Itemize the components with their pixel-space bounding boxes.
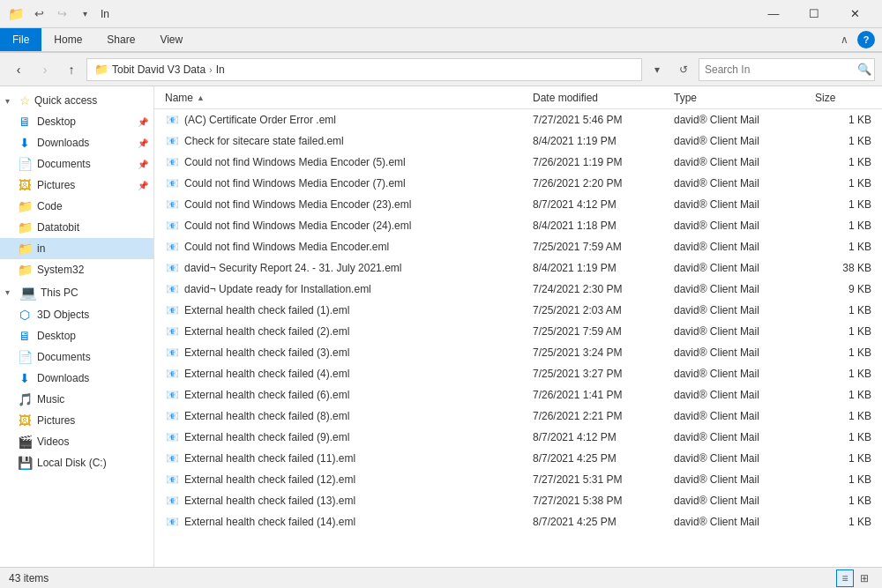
sidebar-item-label: in	[37, 242, 45, 255]
sort-arrow-icon: ▲	[197, 93, 205, 102]
dropdown-icon[interactable]: ▾	[76, 5, 93, 23]
minimize-button[interactable]: —	[753, 0, 794, 28]
undo-icon[interactable]: ↩	[30, 5, 48, 23]
path-segment-current[interactable]: In	[216, 63, 225, 76]
table-row[interactable]: 📧 External health check failed (4).eml 7…	[154, 363, 882, 384]
quick-access-expand-icon: ▾	[5, 96, 16, 106]
table-row[interactable]: 📧 External health check failed (13).eml …	[154, 490, 882, 511]
sidebar-item-downloads-qa[interactable]: ⬇ Downloads 📌	[0, 132, 153, 153]
sidebar-item-downloads-pc[interactable]: ⬇ Downloads	[0, 368, 153, 389]
file-size-cell: 1 KB	[808, 177, 878, 190]
table-row[interactable]: 📧 External health check failed (11).eml …	[154, 448, 882, 469]
sidebar-item-code[interactable]: 📁 Code	[0, 196, 153, 217]
sidebar-item-music[interactable]: 🎵 Music	[0, 389, 153, 410]
search-box[interactable]: 🔍	[699, 58, 875, 81]
sidebar-item-pictures-qa[interactable]: 🖼 Pictures 📌	[0, 175, 153, 196]
forward-button[interactable]: ›	[34, 58, 56, 81]
documents-icon: 📄	[18, 157, 32, 171]
sidebar-item-in[interactable]: 📁 in	[0, 238, 153, 259]
sidebar-item-datatobit[interactable]: 📁 Datatobit	[0, 217, 153, 238]
file-date-cell: 8/7/2021 4:12 PM	[526, 431, 667, 443]
file-date-cell: 7/27/2021 5:46 PM	[526, 114, 667, 126]
sidebar-item-documents-qa[interactable]: 📄 Documents 📌	[0, 153, 153, 175]
view-tiles-button[interactable]: ⊞	[856, 569, 873, 587]
redo-icon[interactable]: ↪	[53, 5, 71, 23]
table-row[interactable]: 📧 External health check failed (12).eml …	[154, 469, 882, 490]
column-header-type[interactable]: Type	[667, 88, 808, 108]
eml-file-icon: 📧	[165, 324, 179, 339]
back-button[interactable]: ‹	[7, 58, 30, 81]
sidebar-item-3dobjects[interactable]: ⬡ 3D Objects	[0, 304, 153, 325]
sidebar-item-label: System32	[37, 264, 84, 276]
sidebar-section-quick-access[interactable]: ▾ ☆ Quick access	[0, 90, 153, 111]
sidebar-item-videos[interactable]: 🎬 Videos	[0, 431, 153, 452]
table-row[interactable]: 📧 Could not find Windows Media Encoder.e…	[154, 236, 882, 257]
sidebar-item-label: Videos	[37, 435, 69, 448]
file-name-cell: 📧 External health check failed (14).eml	[158, 515, 526, 529]
table-row[interactable]: 📧 Could not find Windows Media Encoder (…	[154, 215, 882, 236]
table-row[interactable]: 📧 External health check failed (1).eml 7…	[154, 300, 882, 321]
table-row[interactable]: 📧 Check for sitecare state failed.eml 8/…	[154, 130, 882, 152]
table-row[interactable]: 📧 Could not find Windows Media Encoder (…	[154, 194, 882, 215]
file-name-cell: 📧 Could not find Windows Media Encoder (…	[158, 176, 526, 190]
sidebar-item-documents-pc[interactable]: 📄 Documents	[0, 346, 153, 368]
file-list-body: 📧 (AC) Certificate Order Error .eml 7/27…	[154, 109, 882, 567]
refresh-button[interactable]: ↺	[672, 58, 695, 81]
column-header-date[interactable]: Date modified	[526, 88, 667, 108]
file-size-cell: 1 KB	[808, 135, 878, 147]
view-details-button[interactable]: ≡	[836, 569, 854, 587]
table-row[interactable]: 📧 Could not find Windows Media Encoder (…	[154, 152, 882, 173]
sidebar-section-this-pc[interactable]: ▾ 💻 This PC	[0, 280, 153, 304]
ribbon-collapse-chevron[interactable]: ∧	[837, 30, 852, 49]
table-row[interactable]: 📧 External health check failed (3).eml 7…	[154, 342, 882, 363]
file-date-cell: 8/7/2021 4:12 PM	[526, 198, 667, 211]
sidebar-item-label: Local Disk (C:)	[37, 457, 107, 469]
file-type-cell: david® Client Mail	[667, 304, 808, 316]
column-header-name[interactable]: Name ▲	[158, 88, 526, 108]
table-row[interactable]: 📧 david¬ Security Report 24. - 31. July …	[154, 257, 882, 279]
file-type-cell: david® Client Mail	[667, 431, 808, 443]
table-row[interactable]: 📧 External health check failed (9).eml 8…	[154, 427, 882, 448]
file-name-cell: 📧 (AC) Certificate Order Error .eml	[158, 113, 526, 127]
address-dropdown-button[interactable]: ▾	[646, 58, 669, 81]
sidebar-item-system32[interactable]: 📁 System32	[0, 259, 153, 280]
address-path[interactable]: 📁 Tobit David V3 Data › In	[86, 58, 642, 81]
eml-file-icon: 📧	[165, 155, 179, 169]
file-size-cell: 1 KB	[808, 431, 878, 443]
table-row[interactable]: 📧 External health check failed (8).eml 7…	[154, 406, 882, 427]
search-icon[interactable]: 🔍	[854, 58, 874, 81]
drive-icon: 💾	[18, 456, 32, 470]
file-type-cell: david® Client Mail	[667, 283, 808, 295]
file-size-cell: 1 KB	[808, 241, 878, 253]
table-row[interactable]: 📧 External health check failed (14).eml …	[154, 511, 882, 532]
file-date-cell: 8/4/2021 1:19 PM	[526, 262, 667, 274]
sidebar-item-pictures-pc[interactable]: 🖼 Pictures	[0, 410, 153, 431]
maximize-button[interactable]: ☐	[794, 0, 834, 28]
up-button[interactable]: ↑	[60, 58, 83, 81]
eml-file-icon: 📧	[165, 134, 179, 148]
tab-home[interactable]: Home	[41, 28, 94, 51]
column-header-size[interactable]: Size	[808, 88, 878, 108]
file-size-cell: 1 KB	[808, 410, 878, 422]
table-row[interactable]: 📧 External health check failed (6).eml 7…	[154, 384, 882, 406]
tab-share[interactable]: Share	[94, 28, 147, 51]
file-date-cell: 7/25/2021 7:59 AM	[526, 325, 667, 338]
search-input[interactable]	[699, 63, 854, 76]
table-row[interactable]: 📧 (AC) Certificate Order Error .eml 7/27…	[154, 109, 882, 130]
table-row[interactable]: 📧 Could not find Windows Media Encoder (…	[154, 173, 882, 194]
file-name-cell: 📧 Could not find Windows Media Encoder (…	[158, 155, 526, 169]
address-bar: ‹ › ↑ 📁 Tobit David V3 Data › In ▾ ↺ 🔍	[0, 53, 882, 86]
path-folder-icon: 📁	[94, 63, 108, 76]
sidebar-item-local-disk[interactable]: 💾 Local Disk (C:)	[0, 452, 153, 473]
help-button[interactable]: ?	[857, 31, 875, 48]
tab-view[interactable]: View	[147, 28, 195, 51]
sidebar-item-desktop-pc[interactable]: 🖥 Desktop	[0, 325, 153, 346]
close-button[interactable]: ✕	[834, 0, 875, 28]
pin-icon: 📌	[138, 181, 148, 190]
tab-file[interactable]: File	[0, 28, 41, 51]
sidebar-item-desktop-qa[interactable]: 🖥 Desktop 📌	[0, 111, 153, 132]
eml-file-icon: 📧	[165, 240, 179, 254]
path-segment-parent[interactable]: Tobit David V3 Data	[112, 63, 206, 76]
table-row[interactable]: 📧 david¬ Update ready for Installation.e…	[154, 279, 882, 300]
table-row[interactable]: 📧 External health check failed (2).eml 7…	[154, 321, 882, 342]
